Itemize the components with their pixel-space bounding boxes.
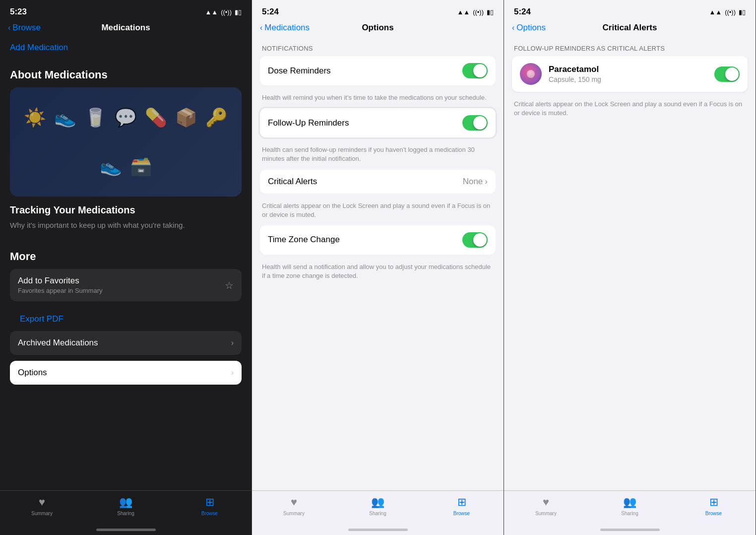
favorites-group: Add to Favorites Favorites appear in Sum… bbox=[10, 269, 242, 301]
critical-alerts-desc: Critical alerts appear on the Lock Scree… bbox=[252, 198, 504, 225]
follow-up-toggle[interactable] bbox=[462, 115, 488, 131]
tab-summary-1[interactable]: ♥ Summary bbox=[0, 496, 84, 516]
tracking-title: Tracking Your Medications bbox=[10, 204, 242, 216]
nav-bar-2: ‹ Medications Options bbox=[252, 21, 504, 37]
tab-sharing-1[interactable]: 👥 Sharing bbox=[84, 496, 168, 516]
med-icon bbox=[520, 63, 542, 85]
browse-icon-3: ⊞ bbox=[709, 496, 718, 509]
favorites-label: Add to Favorites bbox=[18, 276, 103, 286]
back-label-3[interactable]: Options bbox=[516, 23, 546, 33]
tab-summary-label-1: Summary bbox=[31, 511, 53, 516]
dose-reminders-toggle[interactable] bbox=[462, 63, 488, 78]
container-icon: 📦 bbox=[175, 107, 197, 128]
follow-up-item[interactable]: Follow-Up Reminders bbox=[260, 108, 496, 137]
chevron-right-icon-archived: › bbox=[231, 338, 234, 347]
tab-browse-2[interactable]: ⊞ Browse bbox=[420, 496, 504, 516]
notifications-header: NOTIFICATIONS bbox=[252, 37, 504, 56]
nav-title-3: Critical Alerts bbox=[603, 23, 657, 33]
heart-icon-2: ♥ bbox=[291, 496, 297, 509]
browse-icon-1: ⊞ bbox=[205, 496, 214, 509]
home-indicator-2 bbox=[348, 529, 408, 531]
favorites-item[interactable]: Add to Favorites Favorites appear in Sum… bbox=[10, 269, 242, 301]
paracetamol-card[interactable]: Paracetamol Capsule, 150 mg bbox=[512, 56, 748, 92]
about-section: About Medications ☀️ 👟 🥛 💬 💊 📦 🔑 👟 🗃️ bbox=[0, 59, 252, 197]
med-name: Paracetamol bbox=[549, 65, 707, 74]
dose-reminders-item[interactable]: Dose Reminders bbox=[260, 56, 496, 85]
back-button-3[interactable]: ‹ Options bbox=[512, 23, 546, 33]
tab-sharing-label-1: Sharing bbox=[117, 511, 134, 516]
critical-alerts-value: None › bbox=[463, 177, 488, 187]
back-label-1[interactable]: Browse bbox=[12, 23, 41, 33]
heart-icon-3: ♥ bbox=[543, 496, 549, 509]
tab-summary-2[interactable]: ♥ Summary bbox=[252, 496, 336, 516]
critical-alerts-item[interactable]: Critical Alerts None › bbox=[260, 170, 496, 194]
dose-reminders-group: Dose Reminders bbox=[260, 56, 496, 85]
tab-summary-3[interactable]: ♥ Summary bbox=[504, 496, 588, 516]
back-button-2[interactable]: ‹ Medications bbox=[260, 23, 310, 33]
home-indicator-1 bbox=[96, 529, 156, 531]
sneaker-icon: 👟 bbox=[100, 156, 122, 177]
options-item[interactable]: Options › bbox=[10, 361, 242, 385]
wifi-icon-1: ((•)) bbox=[221, 8, 232, 16]
sharing-icon-3: 👥 bbox=[623, 496, 636, 509]
nav-title-1: Medications bbox=[101, 23, 150, 33]
toggle-knob-paracetamol bbox=[725, 67, 739, 81]
favorites-info: Add to Favorites Favorites appear in Sum… bbox=[18, 276, 103, 294]
tab-browse-3[interactable]: ⊞ Browse bbox=[672, 496, 756, 516]
battery-icon-2: ▮▯ bbox=[487, 8, 494, 16]
tab-sharing-2[interactable]: 👥 Sharing bbox=[336, 496, 420, 516]
status-icons-1: ▲▲ ((•)) ▮▯ bbox=[205, 8, 242, 16]
screen1-content: Add Medication About Medications ☀️ 👟 🥛 … bbox=[0, 37, 252, 389]
paracetamol-toggle[interactable] bbox=[714, 67, 740, 82]
dose-reminders-desc: Health will remind you when it's time to… bbox=[252, 89, 504, 108]
favorites-sub: Favorites appear in Summary bbox=[18, 287, 103, 294]
options-label: Options bbox=[18, 368, 47, 378]
back-label-2[interactable]: Medications bbox=[264, 23, 310, 33]
wifi-icon-2: ((•)) bbox=[473, 8, 484, 16]
battery-icon-3: ▮▯ bbox=[739, 8, 746, 16]
more-title: More bbox=[10, 250, 242, 263]
toggle-knob-follow bbox=[473, 116, 487, 130]
status-bar-2: 5:24 ▲▲ ((•)) ▮▯ bbox=[252, 0, 504, 21]
chevron-left-icon-1: ‹ bbox=[8, 23, 10, 32]
status-icons-2: ▲▲ ((•)) ▮▯ bbox=[457, 8, 494, 16]
nav-title-2: Options bbox=[362, 23, 393, 33]
sharing-icon-1: 👥 bbox=[119, 496, 132, 509]
time-zone-toggle[interactable] bbox=[462, 232, 488, 248]
toggle-knob-dose bbox=[473, 64, 487, 77]
archived-group: Archived Medications › bbox=[10, 331, 242, 355]
status-bar-3: 5:24 ▲▲ ((•)) ▮▯ bbox=[504, 0, 756, 21]
about-title: About Medications bbox=[10, 68, 242, 81]
tab-summary-label-3: Summary bbox=[535, 511, 557, 516]
status-time-2: 5:24 bbox=[262, 7, 279, 17]
time-zone-label: Time Zone Change bbox=[268, 235, 340, 245]
back-button-1[interactable]: ‹ Browse bbox=[8, 23, 41, 33]
screen3-critical-alerts: 5:24 ▲▲ ((•)) ▮▯ ‹ Options Critical Aler… bbox=[504, 0, 756, 535]
tab-summary-label-2: Summary bbox=[283, 511, 305, 516]
time-zone-item[interactable]: Time Zone Change bbox=[260, 225, 496, 255]
export-pdf-button[interactable]: Export PDF bbox=[10, 307, 242, 331]
options-group: Options › bbox=[10, 361, 242, 385]
status-icons-3: ▲▲ ((•)) ▮▯ bbox=[709, 8, 746, 16]
follow-up-group: Follow-Up Reminders bbox=[260, 108, 496, 137]
chat-icon: 💬 bbox=[115, 107, 137, 128]
nav-bar-1: ‹ Browse Medications bbox=[0, 21, 252, 37]
tab-browse-1[interactable]: ⊞ Browse bbox=[168, 496, 252, 516]
critical-none-text: None bbox=[463, 177, 483, 187]
follow-up-desc: Health can send follow-up reminders if y… bbox=[252, 141, 504, 169]
archived-item[interactable]: Archived Medications › bbox=[10, 331, 242, 355]
critical-alerts-description: Critical alerts appear on the Lock Scree… bbox=[504, 96, 756, 124]
key-icon: 🔑 bbox=[205, 107, 228, 128]
chevron-left-icon-3: ‹ bbox=[512, 23, 514, 32]
chevron-right-icon-critical: › bbox=[485, 177, 488, 187]
browse-icon-2: ⊞ bbox=[457, 496, 466, 509]
critical-alerts-group: Critical Alerts None › bbox=[260, 170, 496, 194]
med-icon-inner bbox=[527, 70, 535, 78]
tab-sharing-3[interactable]: 👥 Sharing bbox=[588, 496, 672, 516]
tab-browse-label-2: Browse bbox=[453, 511, 470, 516]
archived-label: Archived Medications bbox=[18, 338, 98, 348]
follow-up-label: Follow-Up Reminders bbox=[268, 118, 349, 128]
chevron-left-icon-2: ‹ bbox=[260, 23, 262, 32]
sharing-icon-2: 👥 bbox=[371, 496, 384, 509]
add-medication-button[interactable]: Add Medication bbox=[0, 37, 252, 59]
